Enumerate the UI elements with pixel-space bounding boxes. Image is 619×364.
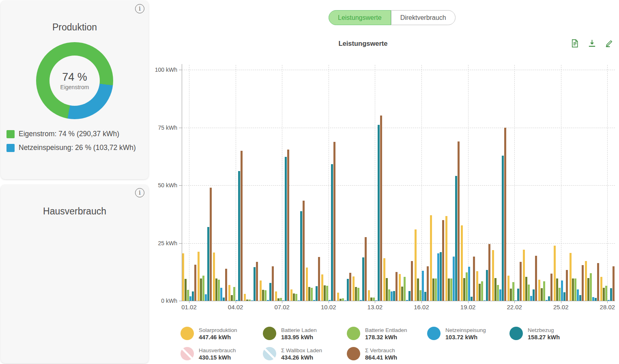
bar [370,298,372,301]
donut-center-value: 74 % [62,71,87,84]
legend-series-name: Σ Verbrauch [365,347,397,354]
legend-color-circle [347,347,360,360]
legend-item-batterie-laden[interactable]: Batterie Laden183.95 kWh [263,327,317,341]
gridline-horizontal [182,70,615,70]
bar [210,188,212,301]
bar [300,211,302,301]
bar [333,142,335,301]
gridline-horizontal [182,128,615,128]
bar [375,300,377,301]
bar [510,289,512,301]
gridline-vertical [189,65,189,301]
x-axis-tick [189,301,189,303]
info-icon[interactable]: i [135,188,144,197]
bar [256,262,258,301]
bar [600,277,602,301]
legend-item-hausverbrauch[interactable]: Hausverbrauch430.15 kWh [181,347,236,361]
bar [303,201,305,301]
bar [605,286,607,301]
report-icon[interactable] [570,39,580,48]
bar [347,279,349,301]
bar [298,300,300,301]
bar [455,176,457,301]
legend-series-total: 447.46 kWh [199,334,237,341]
bar [331,164,333,301]
bar [225,269,227,301]
bar [352,276,355,301]
y-axis-line [182,64,182,301]
bar [520,262,522,301]
bar [590,273,592,301]
gridline-horizontal [182,185,615,186]
bar [422,271,424,301]
legend-series-total: 178.32 kWh [365,334,407,341]
bar [246,300,248,301]
disabled-slash-icon [181,347,194,361]
legend-item-netzbezug[interactable]: Netzbezug158.27 kWh [509,327,560,341]
bar [453,257,455,301]
legend-item-batterie-entladen[interactable]: Batterie Entladen178.32 kWh [347,327,407,341]
legend-color-circle [181,327,194,340]
tab-direktverbrauch[interactable]: Direktverbrauch [391,10,456,25]
y-axis-tick [179,70,182,70]
legend-series-total: 864.41 kWh [365,354,397,361]
bar [198,252,200,301]
bar [481,281,483,301]
bar [461,225,463,301]
bar [563,292,565,301]
info-icon[interactable]: i [135,4,144,13]
y-axis-label: 0 kWh [152,298,177,304]
bar [548,296,550,301]
bar [249,300,251,301]
bar [228,285,230,301]
gridline-vertical [329,65,329,301]
legend-item--wallbox-laden[interactable]: Σ Wallbox Laden434.26 kWh [263,347,322,361]
bar [355,287,357,301]
bar [585,261,587,301]
bar [486,270,488,301]
dashboard: i Produktion 74 % Eigenstrom Eigenstrom:… [0,0,619,364]
download-icon[interactable] [587,39,597,48]
x-axis-tick [329,301,329,303]
legend-color-circle [263,327,276,340]
gridline-horizontal [182,243,615,244]
x-axis-tick [236,301,236,303]
bar [515,300,517,301]
bar [313,300,315,301]
bar [613,266,615,301]
legend-labels: Solarproduktion447.46 kWh [199,327,237,341]
bar [393,291,395,301]
bar [554,246,556,301]
bar [285,157,287,301]
legend-item-solarproduktion[interactable]: Solarproduktion447.46 kWh [181,327,237,341]
bar [528,285,530,301]
x-axis-label: 22.02 [501,304,527,310]
legend-item--verbrauch[interactable]: Σ Verbrauch864.41 kWh [347,347,397,361]
bar [476,271,478,301]
bar [277,298,279,301]
bar [329,300,331,301]
bar [523,250,525,301]
bar [424,292,426,301]
tab-leistungswerte[interactable]: Leistungswerte [329,10,391,25]
legend-labels: Netzbezug158.27 kWh [528,327,560,341]
bar [603,288,605,301]
y-axis-tick [179,243,182,244]
bar [272,266,274,301]
bar [269,283,271,301]
bar [344,300,346,301]
bar [450,278,452,301]
bar [507,276,509,301]
legend-item-netzeinspeisung[interactable]: Netzeinspeisung103.72 kWh [427,327,486,341]
legend-text: Eigenstrom: 74 % (290,37 kWh) [19,130,119,138]
bar [207,227,209,301]
edit-icon[interactable] [604,39,614,48]
bar [494,278,496,301]
bar [492,250,494,301]
bar [399,274,401,301]
legend-color-circle [181,347,194,360]
bar [463,278,465,301]
bar [326,286,328,301]
card-title: Hausverbrauch [1,206,148,217]
bar [287,150,289,301]
